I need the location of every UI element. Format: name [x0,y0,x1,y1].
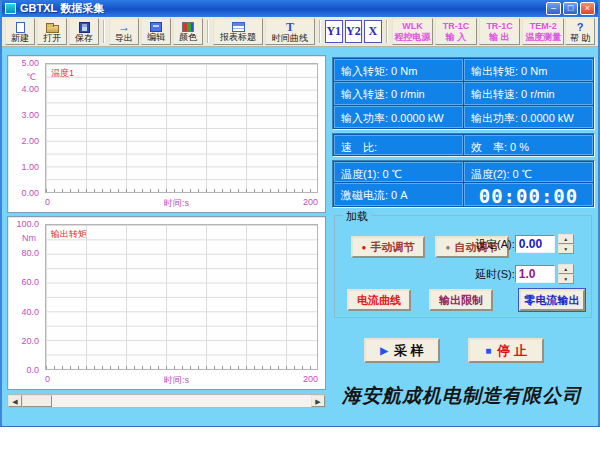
y-axis-unit: Nm [22,233,36,243]
x-axis-button[interactable]: X [364,20,382,43]
x-tick-start: 0 [45,197,50,209]
x-axis-minor-ticks [46,366,317,369]
tr1c-output-button[interactable]: TR-1C 输 出 [479,18,521,45]
save-disk-icon [79,22,90,33]
help-button-label: 帮 助 [567,33,593,43]
wlk-power-line1: WLK [393,21,433,32]
tr1c-input-button[interactable]: TR-1C 输 入 [435,18,477,45]
load-group-legend: 加载 [343,209,371,224]
stop-button-label: 停 止 [497,342,527,360]
export-button[interactable]: → 导出 [109,18,139,45]
current-curve-button[interactable]: 电流曲线 [347,289,411,311]
toolbar-separator [103,20,105,43]
temperature-plot-area[interactable]: 温度1 [45,63,318,193]
app-icon [5,3,16,14]
x-axis-minor-ticks [46,189,317,192]
temperature-1-readout: 温度(1): 0 ℃ [334,162,463,182]
x-axis-label: 时间:s [164,374,189,386]
output-limit-button[interactable]: 输出限制 [429,289,493,311]
temperature-x-axis: 0 时间:s 200 [45,197,318,209]
delay-input[interactable]: 1.0 [515,265,555,283]
edit-icon [150,22,162,32]
tem2-line2: 温度测量 [523,32,563,43]
set-current-stepper[interactable]: ▲ ▼ [558,234,574,254]
scrollbar-thumb[interactable] [22,395,52,407]
wlk-power-button[interactable]: WLK 程控电源 [392,18,434,45]
tem2-line1: TEM-2 [523,21,563,32]
spin-down-icon[interactable]: ▼ [558,244,574,254]
chart-horizontal-scrollbar[interactable]: ◀ ▶ [7,394,326,408]
y-tick: 40.0 [21,307,39,317]
color-button-label: 颜色 [175,32,201,42]
torque-x-axis: 0 时间:s 200 [45,374,318,386]
zero-current-output-button[interactable]: 零电流输出 [519,289,585,311]
y-tick: 100.0 [16,219,39,229]
efficiency-readout: 效 率: 0 % [464,135,593,155]
open-button-label: 打开 [39,33,65,43]
set-current-row: 设定(A): 0.00 ▲ ▼ [475,234,574,254]
help-button[interactable]: ? 帮 助 [565,18,595,45]
ratio-efficiency-panel: 速 比: 效 率: 0 % [332,133,595,157]
scroll-left-icon[interactable]: ◀ [8,395,22,407]
y2-axis-button[interactable]: Y2 [345,20,363,43]
stop-button[interactable]: ■ 停 止 [468,338,544,363]
series-label: 输出转矩 [51,228,87,241]
manual-adjust-label: 手动调节 [370,240,414,255]
tr1c-input-line2: 输 入 [436,32,476,43]
y-tick: 4.00 [21,84,39,94]
spin-down-icon[interactable]: ▼ [558,274,574,284]
y-tick: 2.00 [21,136,39,146]
window-controls: – □ × [546,2,595,15]
spin-up-icon[interactable]: ▲ [558,264,574,274]
y-tick: 5.00 [21,58,39,68]
new-button-label: 新建 [7,33,33,43]
speed-ratio-readout: 速 比: [334,135,463,155]
delay-stepper[interactable]: ▲ ▼ [558,264,574,284]
close-button[interactable]: × [580,2,595,15]
tr1c-output-line2: 输 出 [480,32,520,43]
torque-y-axis: 100.0 Nm 80.0 60.0 40.0 20.0 0.0 [8,224,43,370]
help-icon: ? [573,21,587,33]
color-button[interactable]: 颜色 [173,18,203,45]
spin-up-icon[interactable]: ▲ [558,234,574,244]
manual-adjust-button[interactable]: ● 手动调节 [351,236,425,258]
toolbar-separator [207,20,209,43]
torque-plot-area[interactable]: 输出转矩 [45,224,318,370]
save-button[interactable]: 保存 [69,18,99,45]
sample-button[interactable]: ▶ 采 样 [364,338,440,363]
time-curve-button[interactable]: T 时间曲线 [265,18,315,45]
toolbar: 新建 打开 保存 → 导出 编辑 颜色 报表标题 T 时间曲线 [2,17,598,47]
minimize-button[interactable]: – [546,2,561,15]
stop-square-icon: ■ [485,345,491,356]
report-table-icon [232,22,245,32]
y1-axis-button[interactable]: Y1 [325,20,343,43]
tr1c-input-line1: TR-1C [436,21,476,32]
title-bar: GBTXL 数据采集 – □ × [2,0,598,17]
new-button[interactable]: 新建 [5,18,35,45]
new-document-icon [16,22,25,33]
main-area: 5.00 ℃ 4.00 3.00 2.00 1.00 0.00 温度1 0 时间… [2,47,598,426]
y-tick: 1.00 [21,162,39,172]
edit-button-label: 编辑 [143,32,169,42]
series-label: 温度1 [51,67,74,80]
y-tick: 80.0 [21,248,39,258]
edit-button[interactable]: 编辑 [141,18,171,45]
open-folder-icon [46,25,59,33]
tem2-temperature-button[interactable]: TEM-2 温度测量 [522,18,564,45]
set-current-input[interactable]: 0.00 [515,235,555,253]
scroll-right-icon[interactable]: ▶ [311,395,325,407]
radio-selected-icon: ● [362,243,367,252]
y-tick: 3.00 [21,110,39,120]
x-tick-end: 200 [303,197,318,209]
maximize-button[interactable]: □ [563,2,578,15]
export-arrow-icon: → [117,21,131,33]
input-torque-readout: 输入转矩: 0 Nm [334,59,463,81]
color-bars-icon [182,22,194,32]
open-button[interactable]: 打开 [37,18,67,45]
toolbar-separator [386,20,388,43]
input-speed-readout: 输入转速: 0 r/min [334,82,463,104]
save-button-label: 保存 [71,33,97,43]
tr1c-output-line1: TR-1C [480,21,520,32]
report-title-button[interactable]: 报表标题 [213,18,263,45]
scrollbar-track[interactable] [52,395,311,407]
